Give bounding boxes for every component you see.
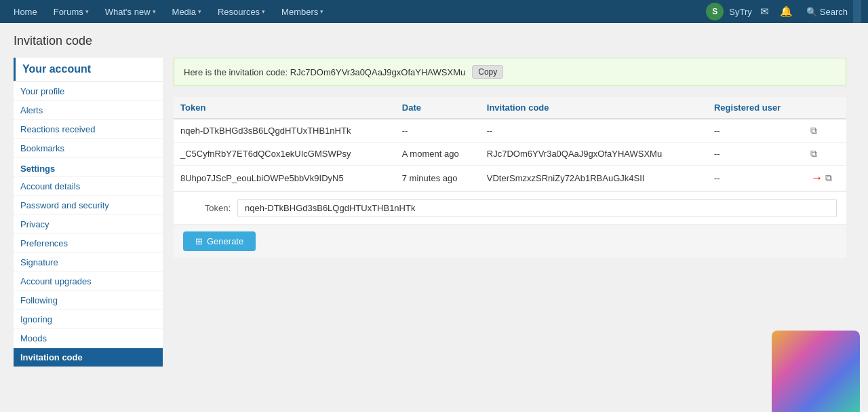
copy-button[interactable]: Copy [472, 65, 503, 79]
sidebar-section-your-account: Your account [14, 58, 163, 81]
token-section: Token: nqeh-DTkBHGd3sB6LQgdHTUxTHB1nHTk … [174, 191, 846, 258]
sidebar-item-your-profile[interactable]: Your profile [14, 82, 163, 101]
row2-registered-user: -- [707, 143, 804, 166]
nav-resources[interactable]: Resources ▾ [211, 3, 272, 21]
nav-home[interactable]: Home [7, 3, 44, 21]
main-content: Here is the invitation code: RJc7DOm6YVr… [174, 58, 846, 367]
col-token: Token [174, 97, 395, 119]
avatar[interactable]: S [706, 3, 724, 20]
copy-icon[interactable]: ⧉ [825, 172, 832, 184]
arrow-right-icon: → [810, 171, 823, 185]
sidebar-item-signature[interactable]: Signature [14, 253, 163, 272]
table-row: nqeh-DTkBHGd3sB6LQgdHTUxTHB1nHTk -- -- -… [174, 119, 846, 143]
sidebar-item-following[interactable]: Following [14, 291, 163, 310]
banner-text: Here is the invitation code: RJc7DOm6YVr… [184, 67, 465, 77]
col-invitation-code: Invitation code [480, 97, 707, 119]
nav-media[interactable]: Media ▾ [165, 3, 208, 21]
token-label: Token: [183, 203, 237, 213]
scrollbar[interactable] [853, 0, 861, 23]
row2-date: A moment ago [395, 143, 480, 166]
col-registered-user: Registered user [707, 97, 804, 119]
row1-copy[interactable]: ⧉ [804, 119, 846, 143]
navbar-right: S SyTry ✉ 🔔 🔍 Search [706, 3, 853, 20]
chevron-down-icon: ▾ [198, 8, 201, 15]
mail-icon[interactable]: ✉ [757, 5, 772, 18]
row2-copy[interactable]: ⧉ [804, 143, 846, 166]
page-content: Invitation code Your account Your profil… [0, 23, 860, 378]
chevron-down-icon: ▾ [320, 8, 323, 15]
chevron-down-icon: ▾ [85, 8, 89, 15]
search-button[interactable]: 🔍 Search [801, 4, 853, 20]
page-title: Invitation code [14, 34, 846, 48]
row2-invitation-code: RJc7DOm6YVr3a0QAaJ9gxOfaYHAWSXMu [480, 143, 707, 166]
sidebar-item-account-upgrades[interactable]: Account upgrades [14, 272, 163, 291]
decorative-corner [772, 331, 860, 378]
table-row: _C5CyfnRbY7ET6dQCox1ekUIcGMSWPsy A momen… [174, 143, 846, 166]
invitation-table: Token Date Invitation code Registered us… [174, 97, 846, 191]
sidebar-item-account-details[interactable]: Account details [14, 177, 163, 196]
plus-icon: ⊞ [195, 236, 203, 246]
nav-forums[interactable]: Forums ▾ [47, 3, 96, 21]
table-row: 8Uhpo7JScP_eouLbiOWPe5bbVk9IDyN5 7 minut… [174, 166, 846, 191]
nav-members[interactable]: Members ▾ [275, 3, 330, 21]
sidebar-item-privacy[interactable]: Privacy [14, 215, 163, 234]
token-value: nqeh-DTkBHGd3sB6LQgdHTUxTHB1nHTk [237, 199, 837, 217]
sidebar-item-invitation-code[interactable]: Invitation code [14, 348, 163, 367]
row1-invitation-code: -- [480, 119, 707, 143]
decorative-gradient [772, 331, 860, 378]
generate-row: ⊞ Generate [174, 225, 846, 258]
token-row: Token: nqeh-DTkBHGd3sB6LQgdHTUxTHB1nHTk [174, 192, 846, 225]
username-label: SyTry [729, 7, 751, 17]
row1-registered-user: -- [707, 119, 804, 143]
sidebar-item-bookmarks[interactable]: Bookmarks [14, 139, 163, 158]
bell-icon[interactable]: 🔔 [777, 5, 795, 18]
row1-token: nqeh-DTkBHGd3sB6LQgdHTUxTHB1nHTk [174, 119, 395, 143]
row3-invitation-code: VDterSmzxzSRniZy72Ab1RBAuGJk4SII [480, 166, 707, 191]
chevron-down-icon: ▾ [262, 8, 265, 15]
generate-button[interactable]: ⊞ Generate [183, 231, 256, 251]
copy-icon[interactable]: ⧉ [810, 148, 817, 159]
sidebar-settings-title: Settings [14, 158, 163, 177]
col-actions [804, 97, 846, 119]
sidebar-item-password-security[interactable]: Password and security [14, 196, 163, 215]
copy-icon[interactable]: ⧉ [810, 125, 817, 136]
row3-registered-user: -- [707, 166, 804, 191]
row3-copy[interactable]: → ⧉ [804, 166, 846, 191]
sidebar-item-ignoring[interactable]: Ignoring [14, 310, 163, 329]
row3-token: 8Uhpo7JScP_eouLbiOWPe5bbVk9IDyN5 [174, 166, 395, 191]
chevron-down-icon: ▾ [153, 8, 156, 15]
sidebar-item-alerts[interactable]: Alerts [14, 101, 163, 120]
row1-date: -- [395, 119, 480, 143]
nav-whats-new[interactable]: What's new ▾ [98, 3, 163, 21]
row3-date: 7 minutes ago [395, 166, 480, 191]
sidebar-item-reactions-received[interactable]: Reactions received [14, 120, 163, 139]
col-date: Date [395, 97, 480, 119]
navbar: Home Forums ▾ What's new ▾ Media ▾ Resou… [0, 0, 868, 23]
sidebar-item-preferences[interactable]: Preferences [14, 234, 163, 253]
sidebar: Your account Your profile Alerts Reactio… [14, 58, 163, 367]
row2-token: _C5CyfnRbY7ET6dQCox1ekUIcGMSWPsy [174, 143, 395, 166]
search-icon: 🔍 [806, 7, 817, 17]
layout: Your account Your profile Alerts Reactio… [14, 58, 846, 367]
navbar-left: Home Forums ▾ What's new ▾ Media ▾ Resou… [7, 3, 706, 21]
invitation-banner: Here is the invitation code: RJc7DOm6YVr… [174, 58, 846, 86]
sidebar-item-moods[interactable]: Moods [14, 329, 163, 348]
